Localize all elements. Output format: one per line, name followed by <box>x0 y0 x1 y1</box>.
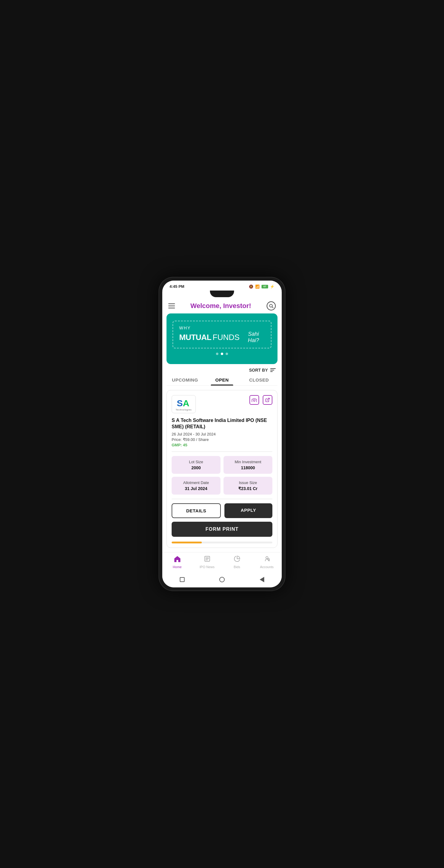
card-body: S A Tech Software India Limited IPO (NSE… <box>167 413 277 447</box>
banner-main: MUTUAL FUNDS Sahi Hai? <box>179 331 265 344</box>
nav-label-bids: Bids <box>234 565 240 569</box>
nav-item-bids[interactable]: Bids <box>222 555 252 569</box>
square-icon <box>180 577 185 582</box>
banner-funds: FUNDS <box>213 333 240 342</box>
nav-item-home[interactable]: Home <box>162 555 192 569</box>
status-time: 4:45 PM <box>170 284 184 289</box>
issue-size-label: Issue Size <box>227 480 269 485</box>
banner-why: WHY <box>179 326 265 330</box>
banner: WHY MUTUAL FUNDS Sahi Hai? <box>167 313 277 364</box>
banner-mutual: MUTUAL <box>179 333 211 342</box>
svg-line-5 <box>267 398 269 400</box>
home-button[interactable] <box>219 577 225 583</box>
header-title-highlight: Investor! <box>223 302 251 310</box>
circle-icon <box>219 577 225 582</box>
external-link-icon-btn[interactable] <box>263 395 272 405</box>
header-title-prefix: Welcome, <box>190 302 223 310</box>
logo-letters: S A <box>176 398 191 408</box>
min-investment-value: 118000 <box>227 465 269 470</box>
status-icons: 🔕 📶 67 ⚡ <box>249 284 274 289</box>
bids-icon-svg <box>233 555 241 562</box>
app-header: Welcome, Investor! <box>162 297 282 313</box>
phone-screen: 4:45 PM 🔕 📶 67 ⚡ Welcome, Investor! <box>162 281 282 587</box>
recent-apps-button[interactable] <box>179 577 185 583</box>
gmp-value: 45 <box>183 443 187 447</box>
search-button[interactable] <box>267 301 276 310</box>
bids-nav-icon <box>233 555 241 564</box>
info-cell-lot-size: Lot Size 2000 <box>172 456 220 474</box>
sa-logo-svg: S A <box>176 398 191 408</box>
svg-text:S: S <box>177 398 183 408</box>
bottom-nav: Home IPO News <box>162 552 282 573</box>
ipo-dates: 26 Jul 2024 - 30 Jul 2024 <box>172 432 272 436</box>
notch <box>210 290 234 297</box>
btn-row: DETAILS APPLY <box>167 499 277 522</box>
details-button[interactable]: DETAILS <box>172 503 221 518</box>
tab-closed[interactable]: CLOSED <box>240 374 277 385</box>
sort-bar[interactable]: SORT BY <box>162 364 282 374</box>
ipo-card: S A Technologies <box>167 390 277 548</box>
back-button[interactable] <box>259 577 265 583</box>
allotment-value: 31 Jul 2024 <box>175 486 217 491</box>
banner-dots <box>173 352 271 355</box>
min-investment-label: Min Investment <box>227 460 269 464</box>
svg-point-4 <box>254 400 255 402</box>
apply-button[interactable]: APPLY <box>225 503 272 518</box>
svg-line-1 <box>272 307 273 308</box>
dot-2 <box>221 352 223 355</box>
tab-upcoming[interactable]: UPCOMING <box>167 374 204 385</box>
phone-shell: 4:45 PM 🔕 📶 67 ⚡ Welcome, Investor! <box>159 277 285 591</box>
header-title: Welcome, Investor! <box>190 302 251 310</box>
nav-label-home: Home <box>173 565 182 569</box>
info-cell-issue-size: Issue Size ₹23.01 Cr <box>224 477 272 495</box>
logo-inner: S A Technologies <box>176 398 192 411</box>
ipo-title: S A Tech Software India Limited IPO (NSE… <box>172 417 272 430</box>
home-icon-svg <box>174 555 181 562</box>
info-cell-min-investment: Min Investment 118000 <box>224 456 272 474</box>
triangle-icon <box>260 577 264 582</box>
charging-icon: ⚡ <box>270 284 274 289</box>
logo-tech-label: Technologies <box>176 409 192 411</box>
svg-point-10 <box>266 556 268 558</box>
accounts-icon-svg <box>263 555 271 562</box>
camera-icon-btn[interactable] <box>249 395 259 405</box>
news-icon-svg <box>204 555 211 562</box>
info-cell-allotment: Allotment Date 31 Jul 2024 <box>172 477 220 495</box>
accounts-nav-icon <box>263 555 271 564</box>
progress-fill <box>172 541 202 544</box>
tab-open[interactable]: OPEN <box>204 374 241 385</box>
nav-item-ipo-news[interactable]: IPO News <box>192 555 222 569</box>
form-print-button[interactable]: FORM PRINT <box>172 522 272 537</box>
menu-button[interactable] <box>168 304 175 308</box>
nav-item-accounts[interactable]: Accounts <box>252 555 282 569</box>
gmp-label: GMP: <box>172 443 182 447</box>
dot-3 <box>226 352 228 355</box>
filter-icon <box>270 368 276 372</box>
banner-inner: WHY MUTUAL FUNDS Sahi Hai? <box>173 321 271 348</box>
android-nav <box>162 573 282 587</box>
lot-size-label: Lot Size <box>175 460 217 464</box>
wifi-icon: 📶 <box>255 284 260 289</box>
signal-icon: 🔕 <box>249 284 254 289</box>
ipo-news-nav-icon <box>204 555 211 564</box>
card-action-icons <box>249 395 272 405</box>
tab-bar: UPCOMING OPEN CLOSED <box>167 374 277 386</box>
company-logo: S A Technologies <box>172 395 196 413</box>
card-header: S A Technologies <box>167 390 277 413</box>
dot-1 <box>216 352 218 355</box>
ipo-price: Price: ₹59.00 / Share <box>172 437 272 442</box>
info-grid: Lot Size 2000 Min Investment 118000 Allo… <box>167 452 277 499</box>
status-bar: 4:45 PM 🔕 📶 67 ⚡ <box>162 281 282 290</box>
sort-label: SORT BY <box>249 368 268 373</box>
lot-size-value: 2000 <box>175 465 217 470</box>
nav-label-accounts: Accounts <box>260 565 273 569</box>
issue-size-value: ₹23.01 Cr <box>227 486 269 491</box>
nav-label-ipo-news: IPO News <box>200 565 215 569</box>
svg-text:A: A <box>183 398 189 408</box>
progress-bar <box>172 541 272 544</box>
home-nav-icon <box>174 555 181 564</box>
allotment-label: Allotment Date <box>175 480 217 485</box>
banner-sahi: Sahi Hai? <box>242 331 265 344</box>
ipo-gmp: GMP: 45 <box>172 443 272 447</box>
battery-icon: 67 <box>262 285 268 288</box>
